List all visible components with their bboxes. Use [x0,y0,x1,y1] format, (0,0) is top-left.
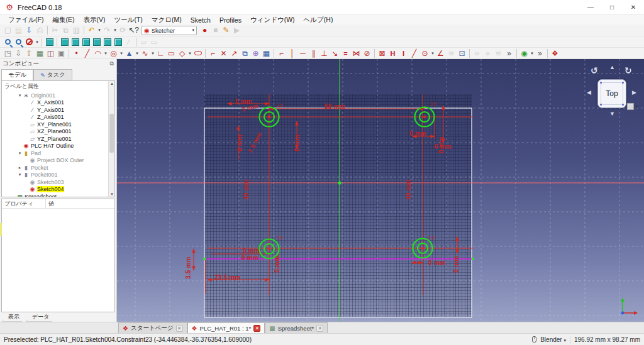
menu-item-7[interactable]: ウィンドウ(W) [246,16,299,25]
create-point-icon[interactable]: • [71,48,82,58]
constraint-horizontal-icon[interactable]: ─ [297,48,308,58]
constraint-lock-icon[interactable]: ⊠ [377,48,387,58]
create-rectangle-icon[interactable]: ▭ [166,48,177,58]
arrow-right-icon[interactable]: ▶ [632,89,636,96]
tree-item-plc-hat-outline[interactable]: ◉PLC HAT Outline [2,143,114,150]
save-icon[interactable]: ⇩ [24,25,35,35]
virtual-space-dropdown[interactable]: ▾ [530,48,535,58]
radius-dropdown[interactable]: ▾ [430,48,435,58]
view-right-icon[interactable] [80,37,91,47]
navcube-mini-cube-icon[interactable] [627,103,634,110]
vertex-point[interactable] [472,258,474,260]
rotate-left-icon[interactable]: ↺ [591,65,598,75]
close-button[interactable]: ✕ [623,0,644,14]
close-icon[interactable]: ✕ [176,325,183,332]
mdi-tab-1[interactable]: ❖PLC_HAT_R01 : 1*✕ [187,322,265,333]
navcube-menu-caret[interactable]: ▾ [636,104,638,109]
scroll-up-icon[interactable]: ▲ [109,82,115,85]
create-bspline-icon[interactable]: ∿ [140,48,150,58]
tree-item-y-axis001[interactable]: ∕Y_Axis001 [2,106,114,114]
zoom-selection-icon[interactable] [13,37,24,47]
sketch-section-icon[interactable]: ◫ [45,48,56,58]
create-line-icon[interactable]: ╱ [82,48,92,58]
sketch-map-icon[interactable]: ⇩ [13,48,24,58]
macro-record-icon[interactable]: ● [199,25,210,35]
toolbar-overflow-1[interactable]: » [504,48,514,58]
constraint-equal-icon[interactable]: = [340,48,351,58]
draw-style-dropdown[interactable]: ▾ [35,37,40,47]
create-polygon-icon[interactable]: ◇ [177,48,187,58]
view-rear-icon[interactable] [91,37,102,47]
menu-item-1[interactable]: 編集(E) [48,16,79,25]
view-front-icon[interactable] [59,37,70,47]
tree-item-origin001[interactable]: ▾∗Origin001 [2,92,114,99]
constraint-perpendicular-icon[interactable]: ⊥ [319,48,330,58]
sketch-leave-icon[interactable]: ⇧ [24,48,35,58]
constraint-distance-icon[interactable]: ╱ [409,48,419,58]
fit-all-icon[interactable] [3,37,13,47]
constraint-angle-icon[interactable]: ∠ [435,48,446,58]
arc-dropdown[interactable]: ▾ [103,48,108,58]
maximize-button[interactable]: □ [601,0,623,14]
vertex-point[interactable] [203,258,206,260]
extend-icon[interactable]: ↗ [229,48,240,58]
constraint-hdistance-icon[interactable]: H [387,48,398,58]
scrollbar-thumb[interactable] [109,114,114,153]
origin-point[interactable] [338,181,341,184]
mdi-tab-0[interactable]: ❖スタートページ✕ [118,322,187,333]
expander-icon[interactable]: ▾ [17,172,23,177]
menu-item-0[interactable]: ファイル(F) [4,16,48,25]
tree-item-pocket[interactable]: ▸▮Pocket [2,164,114,172]
fillet-icon[interactable]: ⌐ [208,48,218,58]
view-bottom-icon[interactable] [102,37,113,47]
create-slot-icon[interactable] [192,48,203,58]
carbon-copy-icon[interactable]: ⊕ [250,48,261,58]
menu-item-8[interactable]: ヘルプ(H) [299,16,338,25]
float-panel-icon[interactable]: ⧉ [110,60,114,67]
menu-item-6[interactable]: Profiles [215,16,246,24]
polygon-dropdown[interactable]: ▾ [187,48,192,58]
toggle-driving-constraint-icon[interactable]: ⊡ [457,48,467,58]
tree-item-pad[interactable]: ▾▮Pad [2,150,114,157]
menu-item-4[interactable]: マクロ(M) [147,16,186,25]
menu-item-3[interactable]: ツール(T) [109,16,147,25]
arrow-left-icon[interactable]: ◀ [587,89,591,96]
constraint-vertical-icon[interactable]: │ [287,48,297,58]
undo-dropdown[interactable]: ▾ [97,25,102,35]
tree-item-x-axis001[interactable]: ∕X_Axis001 [2,99,114,107]
sketch-edit-icon[interactable]: ◳ [3,48,13,58]
view-isometric-icon[interactable] [44,37,55,47]
create-arc-icon[interactable]: ◠ [92,48,103,58]
mdi-tab-2[interactable]: ▦Spreadsheet*✕ [265,322,328,333]
close-icon[interactable]: ✕ [253,325,260,332]
tree-item-yz-plane001[interactable]: ▱YZ_Plane001 [2,135,114,143]
trim-icon[interactable]: ✕ [218,48,229,58]
draw-style-icon[interactable] [24,37,35,47]
constraint-tangent-icon[interactable]: ↘ [330,48,340,58]
tree-item-sketch004[interactable]: ◉Sketch004 [2,186,114,194]
expander-icon[interactable]: ▸ [17,165,23,170]
sketch-view-icon[interactable]: ▦ [35,48,45,58]
navigation-cube[interactable]: ↺ ↺ ▲ ◀ ▶ ▼ Top ▾ [586,64,643,118]
nav-style-selector[interactable]: Blender ▾ [540,336,566,343]
tree-item-sketch003[interactable]: ◉Sketch003 [2,178,114,186]
minimize-button[interactable]: — [580,0,601,14]
workbench-selector[interactable]: ◉ Sketcher ▾ [142,26,197,35]
create-polyline-icon[interactable]: ∟ [155,48,166,58]
tree-item-project-box-outer[interactable]: ◉Project BOX Outer [2,157,114,165]
create-circle-icon[interactable]: ◎ [108,48,119,58]
scroll-down-icon[interactable]: ▼ [109,192,115,196]
conic-dropdown[interactable]: ▾ [135,48,140,58]
close-icon[interactable]: ✕ [316,325,323,332]
tree-scrollbar[interactable]: ▲ ▼ [108,81,114,197]
create-conic-icon[interactable]: ▲ [124,48,135,58]
tree-item-xy-plane001[interactable]: ▱XY_Plane001 [2,121,114,128]
virtual-space-icon[interactable]: ◉ [519,48,530,58]
menu-item-2[interactable]: 表示(V) [79,16,109,25]
constraint-symmetric-icon[interactable]: ⋈ [351,48,362,58]
expander-icon[interactable]: ▾ [17,151,23,156]
circle-dropdown[interactable]: ▾ [119,48,124,58]
3d-viewport[interactable]: 0 mm58 mm3 mm7.5 mm0 mm0 mm49 mm49 mm0 m… [117,59,644,322]
bspline-dropdown[interactable]: ▾ [150,48,155,58]
arrow-up-icon[interactable]: ▲ [609,64,615,70]
